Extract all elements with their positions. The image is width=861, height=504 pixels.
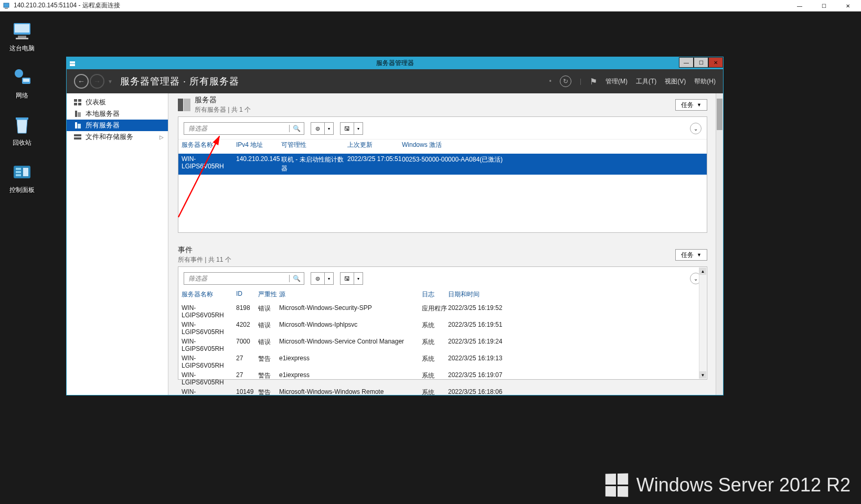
host-maximize-button[interactable]: ☐ [812,1,836,11]
window-close-button[interactable]: ✕ [708,57,723,68]
svg-rect-19 [74,103,77,105]
event-row[interactable]: WIN-LGIPS6V05RH8198错误Microsoft-Windows-S… [178,303,707,320]
filter-save-dropdown[interactable]: 🖫▾ [340,122,363,135]
event-row[interactable]: WIN-LGIPS6V05RH4202错误Microsoft-Windows-I… [178,320,707,337]
col-manageability[interactable]: 可管理性 [281,141,347,149]
filter-field[interactable] [184,125,289,132]
section-title-servers: 服务器 [195,95,251,105]
sidebar-item-all-servers[interactable]: 所有服务器 [67,120,168,131]
nav-forward-button: → [90,74,104,89]
col-ipv4[interactable]: IPv4 地址 [236,141,281,149]
col-last-update[interactable]: 上次更新 [347,141,402,149]
rdp-titlebar: 140.210.20.145:51104 - 远程桌面连接 [0,0,861,12]
col-id[interactable]: ID [236,290,258,299]
svg-rect-24 [78,124,81,128]
filter-field[interactable] [184,275,289,282]
desktop-icon-control-panel[interactable]: 控制面板 [2,160,42,195]
col-server-name[interactable]: 服务器名称 [182,290,236,299]
storage-icon [74,134,81,140]
menu-help[interactable]: 帮助(H) [694,77,716,86]
tasks-dropdown-events[interactable]: 任务▼ [675,249,707,261]
sidebar-item-label: 文件和存储服务 [86,132,133,142]
servers-table-header[interactable]: 服务器名称 IPv4 地址 可管理性 上次更新 Windows 激活 [178,139,707,151]
col-log[interactable]: 日志 [422,290,448,299]
event-row[interactable]: WIN-LGIPS6V05RH27警告e1iexpress系统2022/3/25… [178,370,707,387]
menu-tools[interactable]: 工具(T) [636,77,656,86]
sidebar-item-local-server[interactable]: 本地服务器 [67,108,168,120]
svg-rect-25 [74,134,81,136]
desktop-icon-this-pc[interactable]: 这台电脑 [2,19,42,53]
desktop-icon-recycle-bin[interactable]: 回收站 [2,113,42,147]
filter-save-dropdown[interactable]: 🖫▾ [340,272,363,285]
expand-button[interactable]: ⌄ [690,123,701,134]
refresh-button[interactable]: ↻ [560,76,571,87]
desktop-icon-label: 网络 [2,91,42,100]
section-subtitle-events: 所有事件 | 共 11 个 [178,255,231,264]
section-subtitle-servers: 所有服务器 | 共 1 个 [195,105,251,114]
server-manager-icon [69,60,76,67]
host-close-button[interactable]: ✕ [836,1,860,11]
desktop-icon-label: 这台电脑 [2,44,42,53]
rdp-title: 140.210.20.145:51104 - 远程桌面连接 [14,1,120,10]
sidebar-item-label: 所有服务器 [86,121,120,130]
menu-manage[interactable]: 管理(M) [605,77,628,86]
sidebar-item-file-storage[interactable]: 文件和存储服务 ▷ [67,131,168,143]
search-icon[interactable]: 🔍 [289,125,304,132]
svg-rect-26 [74,137,81,140]
events-scrollbar[interactable]: ▲ ▼ [699,267,706,379]
event-row[interactable]: WIN-LGIPS6V05RH10149警告Microsoft-Windows-… [178,387,707,395]
main-scrollbar[interactable] [716,93,723,395]
flag-icon[interactable]: ⚑ [590,77,597,87]
os-watermark: Windows Server 2012 R2 [605,474,851,497]
server-row[interactable]: WIN-LGIPS6V05RH140.210.20.145联机 - 未启动性能计… [178,154,707,175]
dashboard-icon [74,99,81,105]
window-titlebar[interactable]: 服务器管理器 — ☐ ✕ [67,57,723,69]
server-manager-window: 服务器管理器 — ☐ ✕ ← → ▼ 服务器管理器 · 所有服务器 [66,57,724,395]
server-icon [74,111,81,117]
svg-rect-3 [15,24,29,33]
svg-rect-23 [75,122,77,128]
menu-view[interactable]: 视图(V) [665,77,686,86]
sidebar-item-label: 仪表板 [86,98,106,107]
filter-input-events[interactable]: 🔍 [184,272,304,285]
search-icon[interactable]: 🔍 [289,275,304,282]
svg-point-6 [15,69,23,78]
filter-input-servers[interactable]: 🔍 [184,122,304,135]
col-severity[interactable]: 严重性 [258,290,279,299]
network-icon [10,66,34,89]
section-title-events: 事件 [178,245,231,255]
window-title: 服务器管理器 [376,59,414,68]
remote-desktop: 这台电脑 网络 回收站 控制面板 服务器管理器 — ☐ ✕ ← → [0,12,861,504]
chevron-right-icon: ▷ [160,134,164,140]
svg-rect-11 [16,168,21,170]
servers-icon [74,122,81,128]
col-source[interactable]: 源 [279,290,422,299]
breadcrumb: 服务器管理器 · 所有服务器 [120,75,239,88]
servers-panel: 🔍 ⊜▾ 🖫▾ ⌄ 服务器名称 IPv4 地址 可管理性 上次更新 Window… [178,116,707,233]
sidebar-item-dashboard[interactable]: 仪表板 [67,96,168,108]
svg-rect-0 [4,3,9,7]
nav-back-button[interactable]: ← [74,74,89,89]
desktop-icon-network[interactable]: 网络 [2,66,42,100]
event-row[interactable]: WIN-LGIPS6V05RH27警告e1iexpress系统2022/3/25… [178,353,707,370]
tasks-dropdown-servers[interactable]: 任务▼ [675,99,707,111]
svg-rect-1 [5,8,8,9]
command-bar: ← → ▼ 服务器管理器 · 所有服务器 • ↻ | ⚑ 管理(M) 工具(T)… [67,69,723,93]
breadcrumb-root[interactable]: 服务器管理器 [120,76,180,87]
svg-rect-15 [70,61,75,63]
svg-rect-22 [78,112,81,117]
nav-history-dropdown[interactable]: ▼ [108,79,113,84]
col-activation[interactable]: Windows 激活 [402,141,704,149]
col-server-name[interactable]: 服务器名称 [182,141,236,149]
window-maximize-button[interactable]: ☐ [694,57,708,68]
events-table-header[interactable]: 服务器名称 ID 严重性 源 日志 日期和时间 [178,289,707,300]
window-minimize-button[interactable]: — [679,57,694,68]
filter-category-dropdown[interactable]: ⊜▾ [311,122,334,135]
rdp-icon [3,2,10,9]
filter-category-dropdown[interactable]: ⊜▾ [311,272,334,285]
event-row[interactable]: WIN-LGIPS6V05RH7000错误Microsoft-Windows-S… [178,337,707,353]
col-datetime[interactable]: 日期和时间 [448,290,516,299]
host-minimize-button[interactable]: — [788,1,812,11]
sidebar-item-label: 本地服务器 [86,109,120,119]
svg-rect-20 [78,103,81,105]
